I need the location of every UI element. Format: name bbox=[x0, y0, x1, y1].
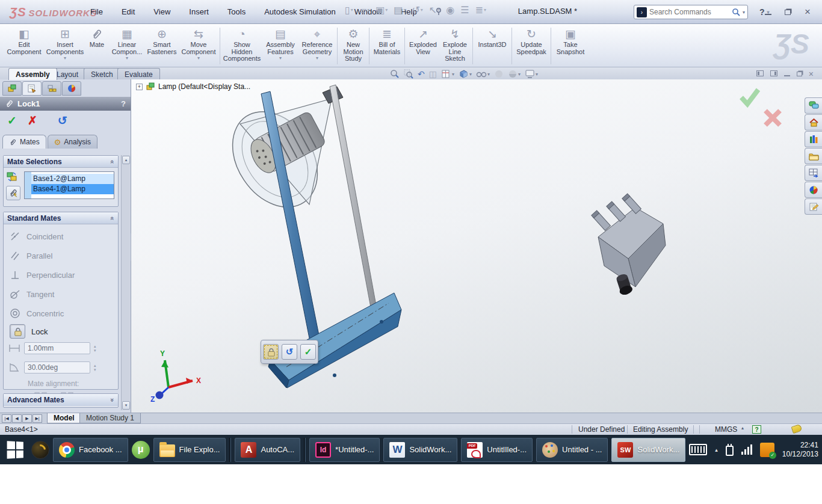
confirm-cancel-icon[interactable] bbox=[765, 111, 780, 125]
display-manager-tab[interactable] bbox=[62, 81, 81, 96]
mate-lock-button[interactable]: Lock bbox=[10, 324, 48, 339]
taskbar-pinned-app-icon[interactable] bbox=[31, 441, 49, 459]
confirm-ok-icon[interactable] bbox=[741, 90, 758, 104]
angle-spinner[interactable]: ▴▾ bbox=[94, 363, 96, 372]
mate-button[interactable]: Mate bbox=[84, 26, 110, 66]
property-manager-tab[interactable] bbox=[22, 81, 42, 96]
update-speedpak-button[interactable]: ↻Update Speedpak bbox=[514, 26, 549, 66]
search-caret-icon[interactable]: ▾ bbox=[743, 10, 745, 15]
scroll-down-button[interactable]: ▾ bbox=[122, 401, 130, 410]
design-library-tab[interactable] bbox=[805, 131, 822, 147]
graphics-viewport[interactable]: + Lamp (Default<Display Sta... bbox=[131, 79, 822, 413]
tab-mates[interactable]: Mates bbox=[2, 135, 46, 149]
standard-mates-header[interactable]: Standard Mates « bbox=[4, 212, 118, 224]
explode-line-sketch-button[interactable]: ↯Explode Line Sketch bbox=[439, 26, 471, 66]
view-palette-tab[interactable] bbox=[805, 165, 822, 181]
tag-icon[interactable] bbox=[791, 424, 803, 434]
view-orientation-button[interactable]: ▾ bbox=[441, 69, 454, 79]
minimize-button[interactable] bbox=[762, 7, 774, 17]
antivirus-icon[interactable] bbox=[760, 443, 774, 457]
multiple-mate-mode-button[interactable] bbox=[6, 186, 20, 200]
taskbar-button-solidworks[interactable]: SolidWork... bbox=[611, 438, 685, 462]
solidworks-forum-tab[interactable] bbox=[805, 97, 822, 114]
previous-view-button[interactable]: ↶ bbox=[418, 69, 425, 79]
taskbar-button-word[interactable]: SolidWork... bbox=[383, 438, 457, 462]
taskbar-button-file-explorer[interactable]: File Explo... bbox=[153, 438, 226, 462]
show-hidden-components-button[interactable]: ◔Show Hidden Components bbox=[222, 26, 262, 66]
undo-button[interactable]: ↺ bbox=[58, 114, 67, 128]
ok-button[interactable]: ✓ bbox=[7, 114, 17, 128]
panel-scrollbar[interactable]: ▴ ▾ bbox=[121, 155, 130, 410]
mate-selections-list[interactable]: Base1-2@Lamp Base4-1@Lamp bbox=[24, 171, 114, 199]
popup-undo-button[interactable]: ↺ bbox=[282, 344, 297, 360]
document-close-button[interactable]: × bbox=[809, 69, 814, 79]
base4-component[interactable] bbox=[592, 194, 666, 297]
exploded-view-button[interactable]: ↗Exploded View bbox=[407, 26, 439, 66]
solidworks-resources-tab[interactable] bbox=[805, 114, 822, 131]
next-pane-button[interactable] bbox=[770, 70, 777, 78]
taskbar-button-pdf[interactable]: UntitlIled-... bbox=[461, 438, 533, 462]
instant3d-button[interactable]: ↘Instant3D bbox=[475, 26, 510, 66]
reference-geometry-button[interactable]: ⌖Reference Geometry▾ bbox=[299, 26, 335, 66]
menu-view[interactable]: View bbox=[152, 6, 172, 17]
property-manager-help-icon[interactable]: ? bbox=[121, 99, 126, 108]
tab-motion-study-1[interactable]: Motion Study 1 bbox=[79, 413, 141, 423]
popup-ok-button[interactable]: ✓ bbox=[300, 344, 316, 360]
new-document-button[interactable]: ▯▾ bbox=[343, 4, 355, 16]
linear-component-pattern-button[interactable]: ▦Linear Compon...▾ bbox=[110, 26, 144, 66]
quick-tips-button[interactable]: ? bbox=[752, 425, 761, 434]
save-button[interactable]: ▣▾ bbox=[374, 4, 389, 16]
lamp-arm-rear[interactable] bbox=[330, 85, 381, 333]
angle-value-input[interactable] bbox=[24, 361, 90, 373]
mate-tangent-button[interactable]: Tangent bbox=[10, 287, 54, 301]
prev-tab-button[interactable]: ◀ bbox=[12, 414, 22, 423]
apply-scene-button[interactable]: ▾ bbox=[508, 69, 521, 79]
next-tab-button[interactable]: ▶ bbox=[22, 414, 32, 423]
search-commands-input[interactable] bbox=[649, 8, 729, 16]
insert-components-button[interactable]: ⊞Insert Components▾ bbox=[46, 26, 84, 66]
last-tab-button[interactable]: ▶| bbox=[32, 414, 42, 423]
taskbar-clock[interactable]: 22:4110/12/2013 bbox=[782, 441, 818, 459]
file-explorer-tab[interactable] bbox=[805, 148, 822, 164]
hide-show-items-button[interactable]: ▾ bbox=[476, 70, 490, 78]
print-button[interactable]: ▤▾ bbox=[392, 4, 407, 16]
menu-autodesk-simulation[interactable]: Autodesk Simulation bbox=[263, 6, 337, 17]
view-settings-button[interactable]: ▾ bbox=[525, 69, 538, 79]
search-icon[interactable] bbox=[732, 8, 740, 16]
mate-selections-header[interactable]: Mate Selections « bbox=[4, 156, 118, 168]
touch-keyboard-icon[interactable] bbox=[689, 444, 707, 455]
configuration-manager-tab[interactable] bbox=[42, 81, 61, 96]
units-caret-icon[interactable]: ▴ bbox=[741, 425, 744, 431]
start-button[interactable] bbox=[4, 438, 28, 462]
distance-value-input[interactable] bbox=[24, 342, 90, 354]
previous-pane-button[interactable] bbox=[756, 70, 764, 78]
appearances-scenes-tab[interactable] bbox=[805, 182, 822, 198]
menu-tools[interactable]: Tools bbox=[226, 6, 247, 17]
close-button[interactable]: × bbox=[802, 6, 814, 18]
taskbar-button-autocad[interactable]: AutoCA... bbox=[235, 438, 300, 462]
tab-model[interactable]: Model bbox=[47, 413, 81, 423]
document-restore-button[interactable] bbox=[797, 70, 802, 78]
smart-fasteners-button[interactable]: ⊕Smart Fasteners bbox=[144, 26, 179, 66]
first-tab-button[interactable]: |◀ bbox=[2, 414, 11, 423]
assembly-features-button[interactable]: ▤Assembly Features▾ bbox=[262, 26, 299, 66]
popup-lock-mate-button[interactable] bbox=[263, 344, 279, 360]
power-plug-icon[interactable] bbox=[726, 446, 734, 456]
mate-selection-item-selected[interactable]: Base4-1@Lamp bbox=[31, 184, 114, 194]
select-button[interactable]: ↖▾ bbox=[427, 4, 442, 16]
menu-file[interactable]: File bbox=[89, 6, 104, 17]
rebuild-button[interactable]: ◉ bbox=[444, 4, 456, 16]
mate-parallel-button[interactable]: Parallel bbox=[10, 248, 52, 263]
document-minimize-button[interactable] bbox=[784, 70, 790, 78]
zoom-to-fit-button[interactable] bbox=[390, 69, 400, 79]
network-signal-icon[interactable] bbox=[741, 444, 752, 455]
edit-appearance-button[interactable] bbox=[494, 69, 504, 79]
distance-spinner[interactable]: ▴▾ bbox=[94, 344, 96, 352]
display-style-button[interactable]: ▾ bbox=[459, 69, 472, 79]
file-properties-button[interactable]: ☰ bbox=[459, 4, 471, 16]
undo-button[interactable]: ↺▾ bbox=[410, 4, 424, 16]
move-component-button[interactable]: ⇆Move Component▾ bbox=[179, 26, 218, 66]
edit-component-button[interactable]: ◧Edit Component bbox=[2, 26, 46, 66]
mate-selection-item[interactable]: Base1-2@Lamp bbox=[31, 174, 114, 184]
utorrent-icon[interactable] bbox=[132, 441, 150, 459]
